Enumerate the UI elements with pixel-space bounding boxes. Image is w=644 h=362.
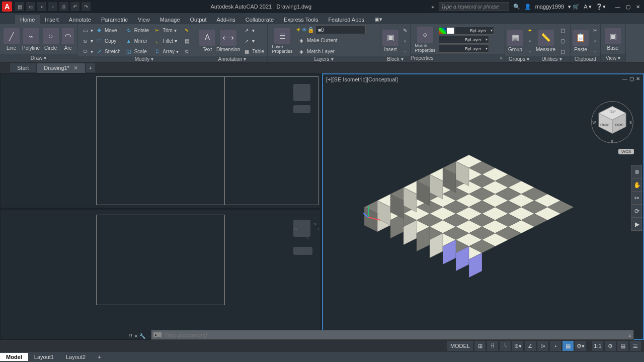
tab-output[interactable]: Output [185,15,212,24]
wcs-badge[interactable]: WCS [618,149,634,154]
close-button[interactable]: ✕ [634,3,642,11]
tab-annotate[interactable]: Annotate [64,15,96,24]
group-button[interactable]: ▦Group [507,30,523,52]
vp-close-icon[interactable]: ✕ [636,76,640,81]
scale-button[interactable]: ◱Scale [123,46,150,56]
paste-button[interactable]: 📋Paste [573,30,589,52]
leader-button[interactable]: ↗▾ [241,25,266,35]
vp-minimize-icon[interactable]: — [622,76,627,81]
cmd-handle-icon[interactable]: ⠿ [129,333,132,339]
clip3-button[interactable]: ▫ [590,46,601,56]
qat-new-icon[interactable]: ▤ [15,2,24,11]
copy-clip-button[interactable]: ▫ [590,36,601,46]
qat-redo-icon[interactable]: ↷ [82,2,91,11]
layer-freeze-icon[interactable]: ❄ [302,27,306,33]
search-input[interactable]: Type a keyword or phrase [439,2,509,11]
rotate-button[interactable]: ↻Rotate [123,25,150,35]
status-menu-icon[interactable]: ☰ [630,341,641,351]
create-block-button[interactable]: ▫ [399,36,411,46]
qat-undo-icon[interactable]: ↶ [70,2,79,11]
base-button[interactable]: ▣Base [603,28,623,51]
close-icon[interactable]: ✕ [73,65,78,71]
layout-tab-model[interactable]: Model [0,353,28,361]
line-button[interactable]: ╱Line [2,28,21,51]
nav-showmotion-icon[interactable]: ▶ [631,218,642,231]
trim-button[interactable]: ✂Trim▾ [151,25,180,35]
tab-insert[interactable]: Insert [40,15,64,24]
polyline-button[interactable]: ⌁Polyline [22,28,40,51]
layout-tab-add[interactable]: + [92,353,107,361]
viewport-label[interactable]: [+][SE Isometric][Conceptual] [326,76,398,82]
circle-button[interactable]: ○Circle [41,28,60,51]
autodesk-icon[interactable]: A ▾ [584,4,592,10]
layout-tab-2[interactable]: Layout2 [60,353,92,361]
status-clean-icon[interactable]: ▤ [617,341,628,351]
viewcube[interactable]: TOP FRONT RIGHT W E S [590,100,635,145]
command-input[interactable] [165,332,625,338]
color-swatch-icon[interactable] [439,28,446,34]
util2-button[interactable]: ▢ [557,36,568,46]
viewport-right[interactable]: [+][SE Isometric][Conceptual] — ▢ ✕ TOP … [322,73,644,340]
doc-tab-start[interactable]: Start [10,63,36,72]
stretch-button[interactable]: ⤢Stretch [94,46,122,56]
arc-button[interactable]: ◠Arc [61,28,75,51]
search-icon[interactable]: 🔍 [513,4,520,10]
app-logo[interactable]: A [2,2,12,12]
move-button[interactable]: ✥Move [94,25,122,35]
color-combo[interactable]: ByLayer [455,27,494,35]
chevron-down-icon[interactable]: » [500,55,503,61]
help-icon[interactable]: ❔▾ [596,4,606,10]
status-scale-icon[interactable]: 1:1 [592,341,603,351]
cut-button[interactable]: ✂ [590,25,601,35]
search-go-icon[interactable]: ▸ [432,4,435,10]
status-anno-icon[interactable]: ⋆ [550,341,561,351]
status-polar-icon[interactable]: ⊚▾ [512,341,523,351]
layer-state-icon[interactable]: ☀ [296,27,301,33]
user-name[interactable]: maggy1999 [535,4,565,10]
mirror-button[interactable]: ▲Mirror [123,36,150,46]
add-tab-button[interactable]: + [86,63,95,72]
text-button[interactable]: AText [199,30,215,52]
table-button[interactable]: ▦Table [241,46,266,56]
measure-button[interactable]: 📏Measure [535,30,556,52]
layer-props-button[interactable]: ≣LayerProperties [270,28,295,54]
explode-button[interactable]: ▤ [181,36,192,46]
maximize-button[interactable]: ▢ [624,3,632,11]
status-ortho-icon[interactable]: └ [500,341,511,351]
tab-express[interactable]: Express Tools [279,15,323,24]
copy-button[interactable]: ⿻Copy [94,36,122,46]
qat-plot-icon[interactable]: ⎙ [59,2,68,11]
util3-button[interactable]: ▢ [557,46,568,56]
vp-maximize-icon[interactable]: ▢ [629,76,634,81]
attr-button[interactable]: ▫ [399,46,411,56]
lineweight-combo[interactable]: ByLayer [439,36,489,44]
tab-more-icon[interactable]: ▣▾ [369,15,387,24]
status-gear-icon[interactable]: ⚙▾ [575,341,586,351]
tab-addins[interactable]: Add-ins [212,15,240,24]
minimize-button[interactable]: — [614,3,622,11]
tab-collaborate[interactable]: Collaborate [240,15,279,24]
status-model-button[interactable]: MODEL [447,341,473,351]
command-line[interactable]: ▸_ ▴ [151,330,634,340]
layer-combo[interactable]: ■ 0 [315,25,366,34]
chevron-down-icon[interactable]: ▾ [151,56,153,62]
doc-tab-drawing1[interactable]: Drawing1*✕ [37,63,85,73]
fillet-button[interactable]: ◟Fillet▾ [151,36,180,46]
cart-icon[interactable]: ▾ 🛒 [568,4,580,10]
chevron-down-icon[interactable]: ▾ [44,55,46,61]
status-grid-icon[interactable]: ⊞ [474,341,486,351]
chevron-down-icon[interactable]: ▾ [559,56,562,62]
util1-button[interactable]: ▢ [557,25,568,35]
status-iso-icon[interactable]: ∠ [525,341,536,351]
layer-lock-icon[interactable]: 🔒 [307,27,314,33]
status-osnap-icon[interactable]: ⟟▾ [537,341,548,351]
cmd-close-icon[interactable]: ✕ [134,333,138,339]
tab-manage[interactable]: Manage [155,15,185,24]
nav-pan-icon[interactable]: ✋ [631,178,642,192]
tab-home[interactable]: Home [15,15,40,24]
linetype-combo[interactable]: ByLayer [439,45,489,53]
offset-button[interactable]: ⊆ [181,46,192,56]
match-layer-button[interactable]: ◈Match Layer [296,46,366,56]
viewport-bottom-left[interactable]: N W E S [0,209,321,340]
tab-view[interactable]: View [133,15,155,24]
